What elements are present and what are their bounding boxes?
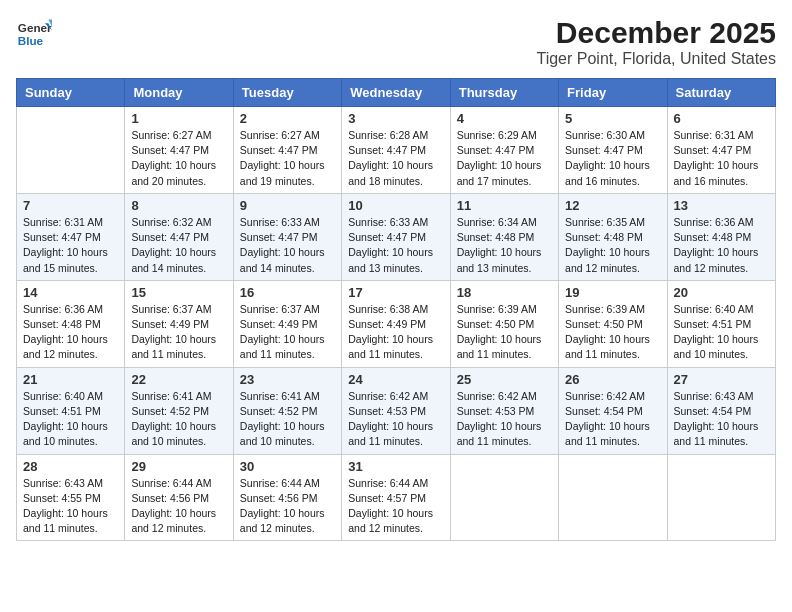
calendar-cell: 6Sunrise: 6:31 AM Sunset: 4:47 PM Daylig… — [667, 107, 775, 194]
calendar-cell — [559, 454, 667, 541]
weekday-header-wednesday: Wednesday — [342, 79, 450, 107]
day-number: 3 — [348, 111, 443, 126]
calendar-cell: 2Sunrise: 6:27 AM Sunset: 4:47 PM Daylig… — [233, 107, 341, 194]
day-info: Sunrise: 6:27 AM Sunset: 4:47 PM Dayligh… — [131, 128, 226, 189]
day-number: 12 — [565, 198, 660, 213]
calendar-cell: 22Sunrise: 6:41 AM Sunset: 4:52 PM Dayli… — [125, 367, 233, 454]
calendar-cell: 15Sunrise: 6:37 AM Sunset: 4:49 PM Dayli… — [125, 280, 233, 367]
day-number: 24 — [348, 372, 443, 387]
day-number: 7 — [23, 198, 118, 213]
day-info: Sunrise: 6:41 AM Sunset: 4:52 PM Dayligh… — [240, 389, 335, 450]
weekday-header-tuesday: Tuesday — [233, 79, 341, 107]
day-number: 30 — [240, 459, 335, 474]
day-info: Sunrise: 6:36 AM Sunset: 4:48 PM Dayligh… — [23, 302, 118, 363]
calendar-cell: 18Sunrise: 6:39 AM Sunset: 4:50 PM Dayli… — [450, 280, 558, 367]
day-number: 20 — [674, 285, 769, 300]
day-info: Sunrise: 6:31 AM Sunset: 4:47 PM Dayligh… — [674, 128, 769, 189]
day-info: Sunrise: 6:34 AM Sunset: 4:48 PM Dayligh… — [457, 215, 552, 276]
calendar-week-row: 7Sunrise: 6:31 AM Sunset: 4:47 PM Daylig… — [17, 193, 776, 280]
day-info: Sunrise: 6:30 AM Sunset: 4:47 PM Dayligh… — [565, 128, 660, 189]
calendar-cell: 17Sunrise: 6:38 AM Sunset: 4:49 PM Dayli… — [342, 280, 450, 367]
calendar-cell: 13Sunrise: 6:36 AM Sunset: 4:48 PM Dayli… — [667, 193, 775, 280]
day-number: 2 — [240, 111, 335, 126]
day-number: 9 — [240, 198, 335, 213]
day-info: Sunrise: 6:44 AM Sunset: 4:56 PM Dayligh… — [240, 476, 335, 537]
calendar-cell — [450, 454, 558, 541]
calendar-cell: 20Sunrise: 6:40 AM Sunset: 4:51 PM Dayli… — [667, 280, 775, 367]
calendar-cell: 23Sunrise: 6:41 AM Sunset: 4:52 PM Dayli… — [233, 367, 341, 454]
day-number: 27 — [674, 372, 769, 387]
location-title: Tiger Point, Florida, United States — [536, 50, 776, 68]
day-number: 4 — [457, 111, 552, 126]
weekday-header-saturday: Saturday — [667, 79, 775, 107]
day-number: 10 — [348, 198, 443, 213]
calendar-cell: 1Sunrise: 6:27 AM Sunset: 4:47 PM Daylig… — [125, 107, 233, 194]
calendar-cell: 7Sunrise: 6:31 AM Sunset: 4:47 PM Daylig… — [17, 193, 125, 280]
day-number: 23 — [240, 372, 335, 387]
weekday-header-monday: Monday — [125, 79, 233, 107]
day-info: Sunrise: 6:41 AM Sunset: 4:52 PM Dayligh… — [131, 389, 226, 450]
weekday-header-sunday: Sunday — [17, 79, 125, 107]
calendar-cell: 12Sunrise: 6:35 AM Sunset: 4:48 PM Dayli… — [559, 193, 667, 280]
calendar-cell: 8Sunrise: 6:32 AM Sunset: 4:47 PM Daylig… — [125, 193, 233, 280]
day-info: Sunrise: 6:35 AM Sunset: 4:48 PM Dayligh… — [565, 215, 660, 276]
calendar-week-row: 21Sunrise: 6:40 AM Sunset: 4:51 PM Dayli… — [17, 367, 776, 454]
day-number: 5 — [565, 111, 660, 126]
calendar-cell: 11Sunrise: 6:34 AM Sunset: 4:48 PM Dayli… — [450, 193, 558, 280]
calendar-cell: 27Sunrise: 6:43 AM Sunset: 4:54 PM Dayli… — [667, 367, 775, 454]
calendar-title-area: December 2025 Tiger Point, Florida, Unit… — [536, 16, 776, 68]
calendar-cell: 29Sunrise: 6:44 AM Sunset: 4:56 PM Dayli… — [125, 454, 233, 541]
day-info: Sunrise: 6:32 AM Sunset: 4:47 PM Dayligh… — [131, 215, 226, 276]
calendar-cell: 5Sunrise: 6:30 AM Sunset: 4:47 PM Daylig… — [559, 107, 667, 194]
day-info: Sunrise: 6:44 AM Sunset: 4:56 PM Dayligh… — [131, 476, 226, 537]
svg-text:General: General — [18, 21, 52, 34]
calendar-week-row: 1Sunrise: 6:27 AM Sunset: 4:47 PM Daylig… — [17, 107, 776, 194]
day-number: 6 — [674, 111, 769, 126]
day-info: Sunrise: 6:42 AM Sunset: 4:54 PM Dayligh… — [565, 389, 660, 450]
day-number: 21 — [23, 372, 118, 387]
day-number: 8 — [131, 198, 226, 213]
calendar-cell: 31Sunrise: 6:44 AM Sunset: 4:57 PM Dayli… — [342, 454, 450, 541]
day-number: 26 — [565, 372, 660, 387]
calendar-cell — [667, 454, 775, 541]
calendar-cell: 3Sunrise: 6:28 AM Sunset: 4:47 PM Daylig… — [342, 107, 450, 194]
day-info: Sunrise: 6:39 AM Sunset: 4:50 PM Dayligh… — [457, 302, 552, 363]
day-info: Sunrise: 6:33 AM Sunset: 4:47 PM Dayligh… — [348, 215, 443, 276]
day-number: 16 — [240, 285, 335, 300]
calendar-cell: 26Sunrise: 6:42 AM Sunset: 4:54 PM Dayli… — [559, 367, 667, 454]
day-number: 1 — [131, 111, 226, 126]
day-info: Sunrise: 6:28 AM Sunset: 4:47 PM Dayligh… — [348, 128, 443, 189]
day-number: 28 — [23, 459, 118, 474]
calendar-week-row: 14Sunrise: 6:36 AM Sunset: 4:48 PM Dayli… — [17, 280, 776, 367]
calendar-cell: 21Sunrise: 6:40 AM Sunset: 4:51 PM Dayli… — [17, 367, 125, 454]
day-info: Sunrise: 6:37 AM Sunset: 4:49 PM Dayligh… — [131, 302, 226, 363]
calendar-cell: 14Sunrise: 6:36 AM Sunset: 4:48 PM Dayli… — [17, 280, 125, 367]
day-info: Sunrise: 6:39 AM Sunset: 4:50 PM Dayligh… — [565, 302, 660, 363]
day-info: Sunrise: 6:31 AM Sunset: 4:47 PM Dayligh… — [23, 215, 118, 276]
day-number: 29 — [131, 459, 226, 474]
calendar-week-row: 28Sunrise: 6:43 AM Sunset: 4:55 PM Dayli… — [17, 454, 776, 541]
calendar-cell: 4Sunrise: 6:29 AM Sunset: 4:47 PM Daylig… — [450, 107, 558, 194]
weekday-header-row: SundayMondayTuesdayWednesdayThursdayFrid… — [17, 79, 776, 107]
day-number: 18 — [457, 285, 552, 300]
logo: General Blue — [16, 16, 52, 52]
svg-text:Blue: Blue — [18, 34, 44, 47]
day-info: Sunrise: 6:33 AM Sunset: 4:47 PM Dayligh… — [240, 215, 335, 276]
calendar-cell: 16Sunrise: 6:37 AM Sunset: 4:49 PM Dayli… — [233, 280, 341, 367]
day-info: Sunrise: 6:40 AM Sunset: 4:51 PM Dayligh… — [23, 389, 118, 450]
calendar-cell — [17, 107, 125, 194]
day-info: Sunrise: 6:27 AM Sunset: 4:47 PM Dayligh… — [240, 128, 335, 189]
calendar-table: SundayMondayTuesdayWednesdayThursdayFrid… — [16, 78, 776, 541]
day-info: Sunrise: 6:43 AM Sunset: 4:54 PM Dayligh… — [674, 389, 769, 450]
calendar-cell: 25Sunrise: 6:42 AM Sunset: 4:53 PM Dayli… — [450, 367, 558, 454]
month-title: December 2025 — [536, 16, 776, 50]
day-info: Sunrise: 6:42 AM Sunset: 4:53 PM Dayligh… — [348, 389, 443, 450]
day-info: Sunrise: 6:43 AM Sunset: 4:55 PM Dayligh… — [23, 476, 118, 537]
page-header: General Blue December 2025 Tiger Point, … — [16, 16, 776, 68]
day-info: Sunrise: 6:36 AM Sunset: 4:48 PM Dayligh… — [674, 215, 769, 276]
calendar-cell: 9Sunrise: 6:33 AM Sunset: 4:47 PM Daylig… — [233, 193, 341, 280]
day-number: 25 — [457, 372, 552, 387]
day-info: Sunrise: 6:37 AM Sunset: 4:49 PM Dayligh… — [240, 302, 335, 363]
calendar-cell: 10Sunrise: 6:33 AM Sunset: 4:47 PM Dayli… — [342, 193, 450, 280]
weekday-header-thursday: Thursday — [450, 79, 558, 107]
